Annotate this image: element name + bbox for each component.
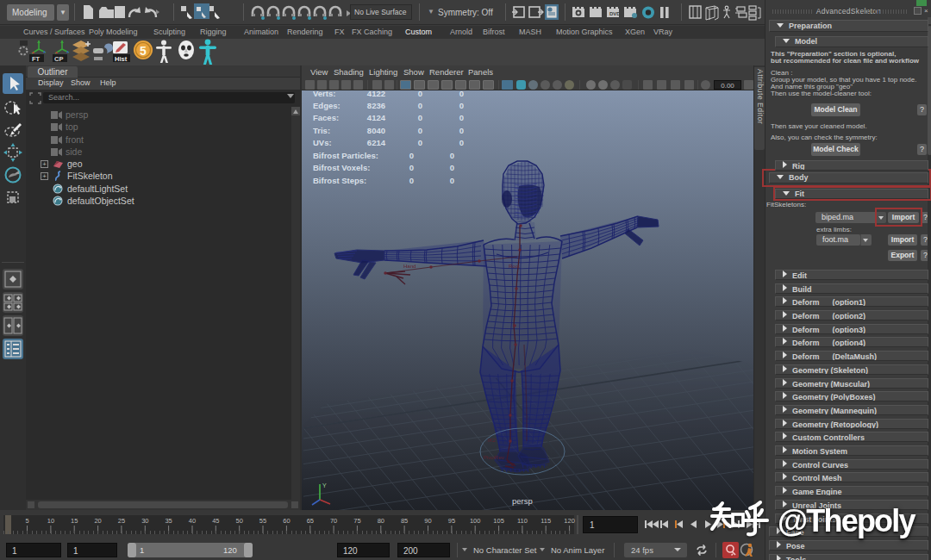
svg-text:45: 45 xyxy=(212,517,219,525)
svg-text:0: 0 xyxy=(418,101,422,110)
svg-text:85: 85 xyxy=(401,517,408,525)
svg-text:Tris:: Tris: xyxy=(313,126,330,135)
svg-text:FT: FT xyxy=(32,55,41,63)
svg-text:0: 0 xyxy=(459,126,464,135)
svg-text:6214: 6214 xyxy=(367,138,386,147)
svg-text:25: 25 xyxy=(118,517,125,525)
svg-text:Hand: Hand xyxy=(403,264,416,269)
svg-text:95: 95 xyxy=(448,517,455,525)
svg-text:70: 70 xyxy=(330,517,337,525)
svg-text:80: 80 xyxy=(378,517,384,525)
svg-text:4124: 4124 xyxy=(367,113,386,122)
svg-text:8040: 8040 xyxy=(367,126,385,135)
svg-text:UVs:: UVs: xyxy=(313,138,332,147)
svg-text:Faces:: Faces: xyxy=(313,113,339,122)
svg-text:Y: Y xyxy=(322,482,327,488)
svg-text:IK2: IK2 xyxy=(488,438,497,443)
svg-text:35: 35 xyxy=(165,517,172,525)
svg-text:120: 120 xyxy=(564,517,575,525)
svg-text:DVD: DVD xyxy=(609,11,621,16)
svg-text:8236: 8236 xyxy=(367,101,385,110)
svg-text:CP: CP xyxy=(54,55,63,63)
svg-text:0: 0 xyxy=(459,101,464,110)
svg-text:15: 15 xyxy=(71,517,78,525)
svg-text:persp: persp xyxy=(512,496,533,506)
svg-text:0: 0 xyxy=(450,176,454,185)
svg-text:0: 0 xyxy=(409,176,414,185)
svg-text:90: 90 xyxy=(424,517,431,525)
svg-text:4122: 4122 xyxy=(367,90,385,98)
svg-text:Edges:: Edges: xyxy=(313,101,341,110)
svg-text:0: 0 xyxy=(418,138,422,147)
svg-text:5: 5 xyxy=(140,44,147,58)
svg-text:75: 75 xyxy=(353,517,360,525)
svg-text:Verts:: Verts: xyxy=(313,90,335,98)
svg-text:0: 0 xyxy=(459,113,464,122)
svg-text:0: 0 xyxy=(459,138,464,147)
svg-text:0: 0 xyxy=(409,163,414,172)
svg-text:0: 0 xyxy=(418,126,422,135)
svg-text:60: 60 xyxy=(283,517,290,525)
svg-text:0: 0 xyxy=(450,163,454,172)
svg-text:65: 65 xyxy=(307,517,314,525)
svg-text:55: 55 xyxy=(259,517,266,525)
svg-text:Hist: Hist xyxy=(115,55,128,63)
svg-text:20: 20 xyxy=(94,517,101,525)
svg-text:110: 110 xyxy=(517,517,528,525)
svg-text:105: 105 xyxy=(493,517,504,525)
svg-text:40: 40 xyxy=(189,517,196,525)
svg-text:5: 5 xyxy=(25,517,28,525)
svg-text:@Thepoly: @Thepoly xyxy=(778,503,915,538)
svg-text:Root: Root xyxy=(509,264,520,269)
svg-text:0: 0 xyxy=(418,90,422,98)
svg-text:50: 50 xyxy=(236,517,243,525)
svg-text:Bifrost Voxels:: Bifrost Voxels: xyxy=(313,163,370,172)
svg-text:10: 10 xyxy=(47,517,54,525)
svg-text:PivotRev: PivotRev xyxy=(484,455,504,460)
svg-text:Bifrost Particles:: Bifrost Particles: xyxy=(313,151,378,160)
svg-text:115: 115 xyxy=(540,517,551,525)
svg-text:0: 0 xyxy=(418,113,422,122)
svg-text:0: 0 xyxy=(459,90,464,98)
svg-text:0: 0 xyxy=(409,151,414,160)
svg-text:Bifrost Steps:: Bifrost Steps: xyxy=(313,176,366,185)
svg-text:100: 100 xyxy=(470,517,481,525)
svg-text:0: 0 xyxy=(450,151,454,160)
svg-text:30: 30 xyxy=(141,517,148,525)
